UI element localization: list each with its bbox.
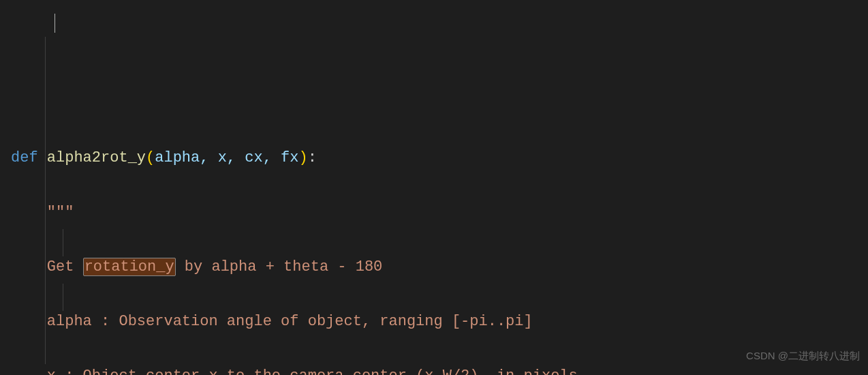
indent-guide <box>63 229 63 256</box>
paren: ( <box>146 149 155 166</box>
docstring-text: x : Object center x to the camera center… <box>47 368 578 375</box>
code-line: x : Object center x to the camera center… <box>11 363 868 375</box>
indent-guide <box>45 37 46 364</box>
function-name: alpha2rot_y <box>47 149 146 166</box>
code-editor[interactable]: def alpha2rot_y(alpha, x, cx, fx): """ G… <box>0 0 868 375</box>
code-line: def alpha2rot_y(alpha, x, cx, fx): <box>11 145 868 172</box>
text-cursor <box>55 14 55 33</box>
docstring-text: by alpha + theta - 180 <box>176 258 383 275</box>
colon: : <box>308 149 317 166</box>
code-line: """ <box>11 199 868 226</box>
search-highlight: rotation_y <box>83 258 176 276</box>
docstring-text: alpha : Observation angle of object, ran… <box>47 313 533 330</box>
keyword-def: def <box>11 149 38 166</box>
indent-guide <box>63 284 63 311</box>
docstring-quote: """ <box>47 204 74 221</box>
paren: ) <box>298 149 307 166</box>
docstring-text: Get <box>47 258 83 275</box>
watermark: CSDN @二进制转八进制 <box>746 342 860 370</box>
code-line: Get rotation_y by alpha + theta - 180 <box>11 254 868 281</box>
code-line: alpha : Observation angle of object, ran… <box>11 308 868 335</box>
params: alpha, x, cx, fx <box>155 149 298 166</box>
